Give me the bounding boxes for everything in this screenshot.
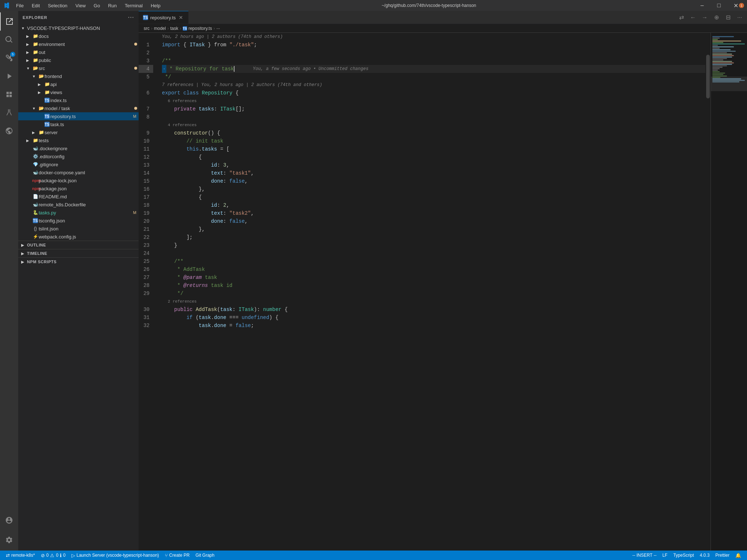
bc-filename[interactable]: repository.ts [189, 26, 212, 31]
run-activity-icon[interactable] [0, 67, 18, 85]
launch-status[interactable]: ▷ Launch Server (vscode-typescript-hanso… [69, 551, 162, 560]
tree-item-tasks-py[interactable]: ▶ 🐍 tasks.py M [18, 209, 139, 217]
notifications-status[interactable]: 🔔 [732, 551, 744, 560]
tree-item-api[interactable]: ▶ 📁 api [18, 80, 139, 88]
token-indent18 [162, 201, 211, 209]
timeline-header[interactable]: ▶ TIMELINE [18, 249, 139, 257]
src-modified-dot [134, 67, 137, 70]
bell-icon: 🔔 [735, 553, 741, 558]
tree-item-src[interactable]: ▼ 📂 src [18, 64, 139, 72]
token-comma20: , [245, 217, 248, 225]
token-2: 2 [223, 201, 226, 209]
tree-item-remote-k8s[interactable]: ▶ 🐋 remote_k8s.Dockerfile [18, 201, 139, 209]
tree-item-dockerignore[interactable]: ▶ 🐋 .dockerignore [18, 144, 139, 152]
tree-item-docs[interactable]: ▶ 📁 docs [18, 32, 139, 40]
code-line-10: // init task [162, 137, 705, 145]
git-graph-status[interactable]: Git Graph [193, 551, 217, 560]
source-control-activity-icon[interactable]: 5 [0, 49, 18, 67]
tree-item-tslint[interactable]: ▶ {} tslint.json [18, 225, 139, 233]
eol-status[interactable]: LF [659, 551, 670, 560]
explorer-activity-icon[interactable] [0, 12, 18, 31]
tree-item-views[interactable]: ▶ 📁 views [18, 88, 139, 96]
more-actions-icon[interactable]: ··· [735, 12, 745, 23]
tree-item-out[interactable]: ▶ 📁 out [18, 48, 139, 56]
tree-item-frontend[interactable]: ▼ 📂 frontend [18, 72, 139, 80]
remote-activity-icon[interactable] [0, 122, 18, 140]
ref-text-7: 6 references [162, 97, 197, 105]
token-paren30a: ( [217, 306, 220, 314]
errors-status[interactable]: ⊘ 0 ⚠ 0 ℹ 0 [38, 551, 69, 560]
npm-scripts-header[interactable]: ▶ NPM SCRIPTS [18, 258, 139, 266]
tree-item-tests[interactable]: ▶ 📁 tests [18, 136, 139, 144]
tree-item-docker-compose[interactable]: ▶ 🐋 docker-compose.yaml [18, 168, 139, 176]
editorconfig-label: .editorconfig [39, 154, 139, 159]
search-activity-icon[interactable] [0, 31, 18, 49]
token-dot31: . [211, 314, 214, 322]
ts-version-status[interactable]: 4.0.3 [697, 551, 713, 560]
token-undefined31: undefined [241, 314, 269, 322]
code-area[interactable]: You, 2 hours ago | 2 authors (74th and o… [157, 33, 705, 551]
token-task30: task [220, 306, 233, 314]
open-editors-icon[interactable]: ⊕ [711, 12, 721, 23]
tree-item-public[interactable]: ▶ 📁 public [18, 56, 139, 64]
menu-selection[interactable]: Selection [44, 2, 71, 9]
breadcrumb: src › model › task › TS repository.ts › … [139, 24, 747, 33]
insert-mode-status[interactable]: -- INSERT -- [630, 551, 659, 560]
code-line-25: /** [162, 257, 705, 265]
tree-item-package-json[interactable]: ▶ npm package.json [18, 184, 139, 192]
tree-item-gitignore[interactable]: ▶ 💎 .gitignore [18, 160, 139, 168]
tab-close-icon[interactable]: ✕ [178, 15, 184, 20]
scroll-thumb[interactable] [706, 55, 710, 98]
tree-item-server[interactable]: ▶ 📁 server [18, 128, 139, 136]
formatter-status[interactable]: Prettier [712, 551, 732, 560]
tree-item-repository-ts[interactable]: ▶ TS repository.ts M [18, 112, 139, 120]
tab-repository-ts[interactable]: TS repository.ts ✕ [139, 11, 189, 24]
bc-more[interactable]: ··· [216, 26, 220, 31]
bc-model[interactable]: model [154, 26, 166, 31]
menu-file[interactable]: File [12, 2, 27, 9]
repository-ts-chevron: ▶ [38, 114, 44, 118]
window-controls: – □ ✕ [694, 0, 744, 11]
create-pr-status[interactable]: ⑂ Create PR [162, 551, 193, 560]
tree-item-readme[interactable]: ▶ 📄 README.md [18, 192, 139, 201]
token-task1: "task1" [229, 169, 251, 177]
repository-ts-label: repository.ts [50, 114, 133, 119]
code-line-27: * @param task [162, 273, 705, 281]
menu-edit[interactable]: Edit [28, 2, 43, 9]
tree-item-webpack[interactable]: ▶ ⚡ webpack.config.js [18, 233, 139, 241]
tree-item-model-task[interactable]: ▼ 📂 model / task [18, 104, 139, 112]
outline-header[interactable]: ▶ OUTLINE [18, 241, 139, 249]
scrollbar[interactable] [705, 33, 711, 551]
tree-item-package-lock[interactable]: ▶ npm package-lock.json [18, 176, 139, 184]
tree-item-tsconfig[interactable]: ▶ TS tsconfig.json [18, 217, 139, 225]
accounts-icon[interactable] [0, 511, 18, 529]
tree-item-index-ts[interactable]: ▶ TS index.ts [18, 96, 139, 104]
tree-root-item[interactable]: ▼ VSCODE-TYPESCRIPT-HANSON [18, 24, 139, 32]
menu-terminal[interactable]: Terminal [121, 2, 146, 9]
sidebar-menu-icon[interactable]: ··· [128, 14, 134, 21]
bc-task[interactable]: task [170, 26, 178, 31]
bc-src[interactable]: src [144, 26, 150, 31]
token-itask30: ITask [239, 306, 254, 314]
testing-activity-icon[interactable] [0, 104, 18, 122]
tree-item-environment[interactable]: ▶ 📁 environment [18, 40, 139, 48]
code-line-13: id : 3 , [162, 161, 705, 169]
code-line-9: constructor () { [162, 129, 705, 137]
language-status[interactable]: TypeScript [670, 551, 697, 560]
go-forward-icon[interactable]: → [700, 12, 710, 23]
split-down-icon[interactable]: ⊟ [723, 12, 733, 23]
go-back-icon[interactable]: ← [688, 12, 698, 23]
remote-status[interactable]: ⇄ remote-k8s* [3, 551, 38, 560]
menu-view[interactable]: View [72, 2, 89, 9]
maximize-button[interactable]: □ [711, 0, 727, 11]
tab-ts-icon: TS [143, 15, 148, 20]
menu-help[interactable]: Help [147, 2, 164, 9]
menu-run[interactable]: Run [104, 2, 120, 9]
split-editor-icon[interactable]: ⇄ [676, 12, 686, 23]
extensions-activity-icon[interactable] [0, 85, 18, 104]
menu-go[interactable]: Go [90, 2, 104, 9]
tree-item-task-ts[interactable]: ▶ TS task.ts [18, 120, 139, 128]
tree-item-editorconfig[interactable]: ▶ ⚙️ .editorconfig [18, 152, 139, 160]
settings-icon[interactable]: 1 [0, 531, 18, 549]
minimize-button[interactable]: – [694, 0, 711, 11]
